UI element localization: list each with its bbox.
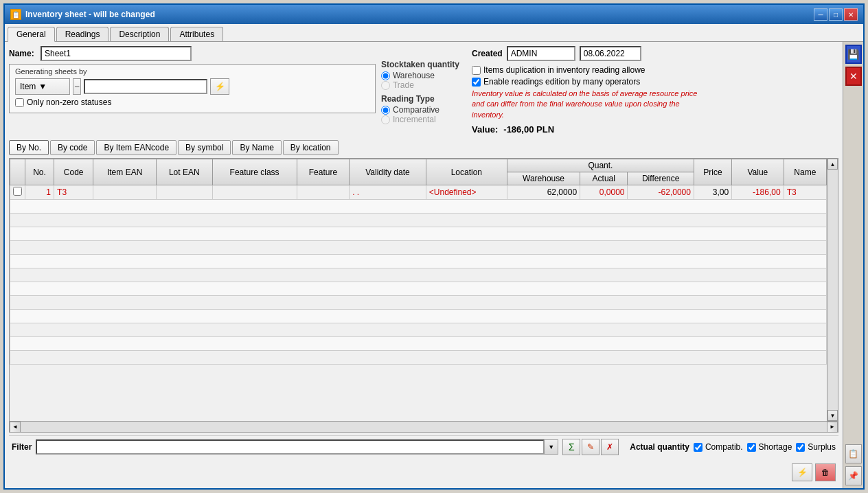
paste-button[interactable]: 📌 xyxy=(845,466,862,485)
row-location: <Undefined> xyxy=(426,185,507,200)
tab-description[interactable]: Description xyxy=(110,27,169,41)
surplus-label: Surplus xyxy=(808,442,836,452)
col-location[interactable]: Location xyxy=(426,159,507,185)
main-window: 📋 Inventory sheet - will be changed ─ □ … xyxy=(3,3,865,490)
warehouse-radio-row: Warehouse xyxy=(381,71,459,80)
col-price[interactable]: Price xyxy=(694,159,731,185)
delete-icon: 🗑 xyxy=(821,468,830,477)
col-item-ean[interactable]: Item EAN xyxy=(93,159,157,185)
shortage-label: Shortage xyxy=(759,442,792,452)
shortage-checkbox[interactable] xyxy=(747,443,756,452)
save-button[interactable]: 💾 xyxy=(845,45,862,64)
tab-attributes[interactable]: Attributes xyxy=(170,27,223,41)
tab-general[interactable]: General xyxy=(8,27,55,42)
horizontal-scrollbar[interactable]: ◄ ► xyxy=(10,421,838,432)
filter-sigma-button[interactable]: Σ xyxy=(562,439,580,455)
generating-sheets-group: Generating sheets by Item ▼ ─ ⚡ xyxy=(9,64,376,113)
table-row-empty-6 xyxy=(10,268,827,282)
created-user-input[interactable] xyxy=(507,46,575,61)
name-label: Name: xyxy=(9,49,36,58)
reading-type-group: Reading Type Comparative Incremental xyxy=(381,94,459,124)
name-input[interactable] xyxy=(41,46,192,61)
comparative-radio-row: Comparative xyxy=(381,105,459,115)
tab-by-no[interactable]: By No. xyxy=(9,140,49,155)
col-feature[interactable]: Feature xyxy=(297,159,350,185)
col-value[interactable]: Value xyxy=(732,159,784,185)
sub-tabs: By No. By code By Item EANcode By symbol… xyxy=(9,140,838,155)
tab-by-item-eancode[interactable]: By Item EANcode xyxy=(96,140,176,155)
trade-radio[interactable] xyxy=(381,81,390,90)
col-validity-date[interactable]: Validity date xyxy=(350,159,426,185)
table-row-empty-7 xyxy=(10,282,827,296)
tab-by-name[interactable]: By Name xyxy=(232,140,281,155)
item-dropdown[interactable]: Item ▼ xyxy=(15,78,70,95)
readings-edition-checkbox[interactable] xyxy=(472,78,481,87)
duplication-label: Items duplication in inventory reading a… xyxy=(483,65,645,75)
tab-readings[interactable]: Readings xyxy=(56,27,109,41)
col-lot-ean[interactable]: Lot EAN xyxy=(156,159,212,185)
vertical-scrollbar[interactable]: ▲ ▼ xyxy=(827,159,838,421)
comparative-radio[interactable] xyxy=(381,106,390,115)
data-table-container: No. Code Item EAN Lot EAN Feature class … xyxy=(9,158,838,433)
tab-by-location[interactable]: By location xyxy=(283,140,339,155)
incremental-radio[interactable] xyxy=(381,115,390,124)
row-feature-class xyxy=(212,185,297,200)
col-actual[interactable]: Actual xyxy=(580,172,628,185)
col-name[interactable]: Name xyxy=(784,159,826,185)
copy-button[interactable]: 📋 xyxy=(845,444,862,463)
cancel-sidebar-button[interactable]: ✕ xyxy=(845,67,862,86)
thunder-icon: ⚡ xyxy=(215,82,225,91)
filter-buttons: Σ ✎ ✗ xyxy=(562,439,619,455)
duplication-checkbox[interactable] xyxy=(472,66,481,75)
value-amount: -186,00 PLN xyxy=(503,124,554,135)
table-wrapper[interactable]: No. Code Item EAN Lot EAN Feature class … xyxy=(10,159,827,421)
bottom-right-buttons: ⚡ 🗑 xyxy=(9,461,838,484)
filter-edit-button[interactable]: ✎ xyxy=(582,439,599,455)
surplus-checkbox-row: Surplus xyxy=(796,442,836,452)
filter-clear-button[interactable]: ✗ xyxy=(601,439,619,455)
table-row[interactable]: 1 T3 . . <Undefined> 62,0000 0,000 xyxy=(10,185,827,200)
tab-by-code[interactable]: By code xyxy=(50,140,95,155)
scroll-left-button[interactable]: ◄ xyxy=(10,422,21,433)
gen-text-input[interactable] xyxy=(84,79,207,94)
table-row-empty-11 xyxy=(10,337,827,351)
maximize-button[interactable]: □ xyxy=(829,8,843,21)
scroll-right-button[interactable]: ► xyxy=(827,422,838,433)
tab-by-symbol[interactable]: By symbol xyxy=(178,140,231,155)
readings-edition-label: Enable readings edition by many operator… xyxy=(483,77,640,87)
trade-label: Trade xyxy=(393,80,414,90)
col-difference[interactable]: Difference xyxy=(628,172,694,185)
scroll-track xyxy=(827,170,838,410)
scroll-up-button[interactable]: ▲ xyxy=(827,159,838,170)
dropdown-arrow-icon: ▼ xyxy=(38,82,47,91)
col-code[interactable]: Code xyxy=(54,159,93,185)
split-button[interactable]: ─ xyxy=(73,78,81,95)
stocktaken-group: Stocktaken quantity Warehouse Trade xyxy=(381,60,459,90)
thunder-button[interactable]: ⚡ xyxy=(210,78,229,95)
minimize-button[interactable]: ─ xyxy=(814,8,827,21)
row-checkbox[interactable] xyxy=(13,187,22,196)
warehouse-radio[interactable] xyxy=(381,71,390,80)
created-row: Created xyxy=(472,46,838,61)
row-price: 3,00 xyxy=(694,185,731,200)
col-feature-class[interactable]: Feature class xyxy=(212,159,297,185)
bottom-delete-button[interactable]: 🗑 xyxy=(815,463,836,481)
created-date-input[interactable] xyxy=(580,46,641,61)
non-zero-checkbox[interactable] xyxy=(15,98,24,107)
close-button[interactable]: ✕ xyxy=(844,8,858,21)
shortage-checkbox-row: Shortage xyxy=(747,442,792,452)
bottom-thunder-button[interactable]: ⚡ xyxy=(792,463,812,481)
table-row-empty-4 xyxy=(10,241,827,255)
col-no[interactable]: No. xyxy=(25,159,54,185)
reading-type-title: Reading Type xyxy=(381,94,459,104)
compat-checkbox[interactable] xyxy=(694,443,703,452)
filter-input[interactable] xyxy=(36,439,545,455)
scroll-down-button[interactable]: ▼ xyxy=(827,410,838,421)
table-row-empty-5 xyxy=(10,255,827,268)
middle-panel: Stocktaken quantity Warehouse Trade xyxy=(381,60,459,135)
surplus-checkbox[interactable] xyxy=(796,443,805,452)
col-warehouse[interactable]: Warehouse xyxy=(507,172,580,185)
gen-sheets-row: Item ▼ ─ ⚡ xyxy=(15,78,369,95)
main-tabs: General Readings Description Attributes xyxy=(5,24,863,42)
filter-dropdown-button[interactable]: ▼ xyxy=(545,439,558,455)
